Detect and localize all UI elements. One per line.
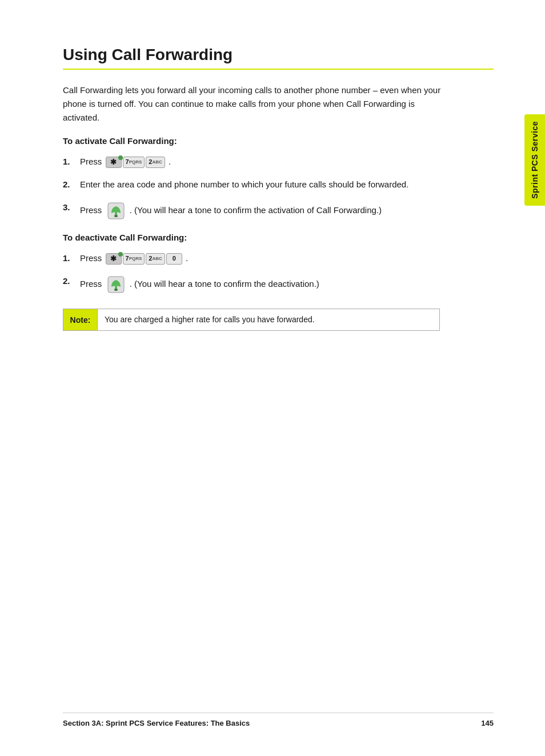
2abc-key-d1: 2ABC bbox=[146, 253, 165, 265]
step-number-a1: 1. bbox=[63, 155, 80, 169]
step-number-d1: 1. bbox=[63, 251, 80, 265]
note-content: You are charged a higher rate for calls … bbox=[98, 309, 322, 330]
title-underline bbox=[63, 69, 494, 70]
step-content-d2: Press . (You will hear a tone to confirm… bbox=[80, 274, 494, 295]
key-group-a1: ✱ 7PQRS 2ABC bbox=[106, 157, 165, 168]
deactivate-steps: 1. Press ✱ 7PQRS 2ABC 0 . 2. Press bbox=[63, 251, 494, 295]
star-key-d1: ✱ bbox=[106, 253, 122, 265]
0-key-d1: 0 bbox=[166, 253, 182, 265]
note-box: Note: You are charged a higher rate for … bbox=[63, 309, 440, 331]
press-label-a1: Press bbox=[80, 157, 105, 166]
side-tab-label: Sprint PCS Service bbox=[530, 121, 539, 199]
page-title: Using Call Forwarding bbox=[63, 46, 494, 64]
side-tab: Sprint PCS Service bbox=[524, 114, 545, 206]
footer-page-number: 145 bbox=[481, 719, 494, 727]
step-content-a2: Enter the area code and phone number to … bbox=[80, 178, 494, 191]
activate-steps: 1. Press ✱ 7PQRS 2ABC . 2. Enter the are… bbox=[63, 155, 494, 221]
page-container: Sprint PCS Service Using Call Forwarding… bbox=[0, 0, 545, 756]
period-a1: . bbox=[169, 157, 171, 166]
note-label: Note: bbox=[63, 309, 98, 330]
deactivate-step-1: 1. Press ✱ 7PQRS 2ABC 0 . bbox=[63, 251, 494, 265]
activate-header: To activate Call Forwarding: bbox=[63, 136, 494, 146]
svg-point-2 bbox=[114, 215, 118, 217]
step-number-d2: 2. bbox=[63, 274, 80, 288]
deactivate-header: To deactivate Call Forwarding: bbox=[63, 233, 494, 242]
send-button-icon-a3 bbox=[106, 201, 126, 221]
activate-step-3: 3. Press . (You will hear a tone to conf… bbox=[63, 201, 494, 221]
press-label-a3: Press bbox=[80, 205, 105, 215]
7pqrs-key-d1: 7PQRS bbox=[123, 253, 145, 265]
activate-step-2: 2. Enter the area code and phone number … bbox=[63, 178, 494, 191]
step-number-a3: 3. bbox=[63, 201, 80, 214]
7pqrs-key: 7PQRS bbox=[123, 157, 145, 168]
2abc-key: 2ABC bbox=[146, 157, 165, 168]
star-key: ✱ bbox=[106, 157, 122, 168]
step-content-a3: Press . (You will hear a tone to confirm… bbox=[80, 201, 494, 221]
deactivate-step-2: 2. Press . (You will hear a tone to conf… bbox=[63, 274, 494, 295]
footer-section-text: Section 3A: Sprint PCS Service Features:… bbox=[63, 719, 250, 727]
press-label-d2: Press bbox=[80, 279, 105, 289]
send-text-a3: . (You will hear a tone to confirm the a… bbox=[130, 205, 382, 215]
step-number-a2: 2. bbox=[63, 178, 80, 191]
period-d1: . bbox=[186, 253, 188, 263]
svg-point-5 bbox=[114, 289, 118, 291]
send-text-d2: . (You will hear a tone to confirm the d… bbox=[130, 279, 319, 289]
intro-text: Call Forwarding lets you forward all you… bbox=[63, 83, 451, 125]
key-group-d1: ✱ 7PQRS 2ABC 0 bbox=[106, 253, 182, 265]
send-button-icon-d2 bbox=[106, 274, 126, 295]
page-footer: Section 3A: Sprint PCS Service Features:… bbox=[63, 713, 494, 727]
step-content-a1: Press ✱ 7PQRS 2ABC . bbox=[80, 155, 494, 169]
step-content-d1: Press ✱ 7PQRS 2ABC 0 . bbox=[80, 251, 494, 265]
activate-step-1: 1. Press ✱ 7PQRS 2ABC . bbox=[63, 155, 494, 169]
press-label-d1: Press bbox=[80, 253, 105, 263]
